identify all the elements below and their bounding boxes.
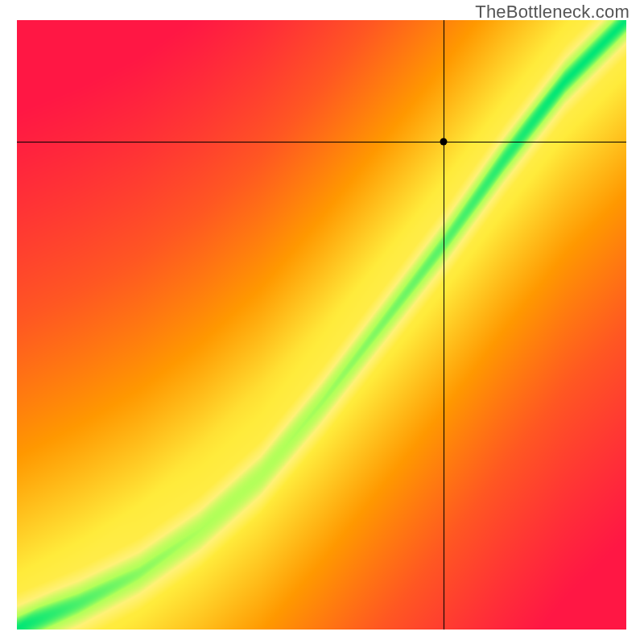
crosshair-horizontal: [17, 142, 626, 142]
watermark-text: TheBottleneck.com: [475, 2, 630, 23]
plot-area: [17, 20, 626, 630]
crosshair-vertical: [444, 20, 444, 630]
chart-container: TheBottleneck.com: [0, 0, 644, 644]
heatmap-canvas: [17, 20, 626, 630]
marker-dot: [440, 138, 447, 146]
